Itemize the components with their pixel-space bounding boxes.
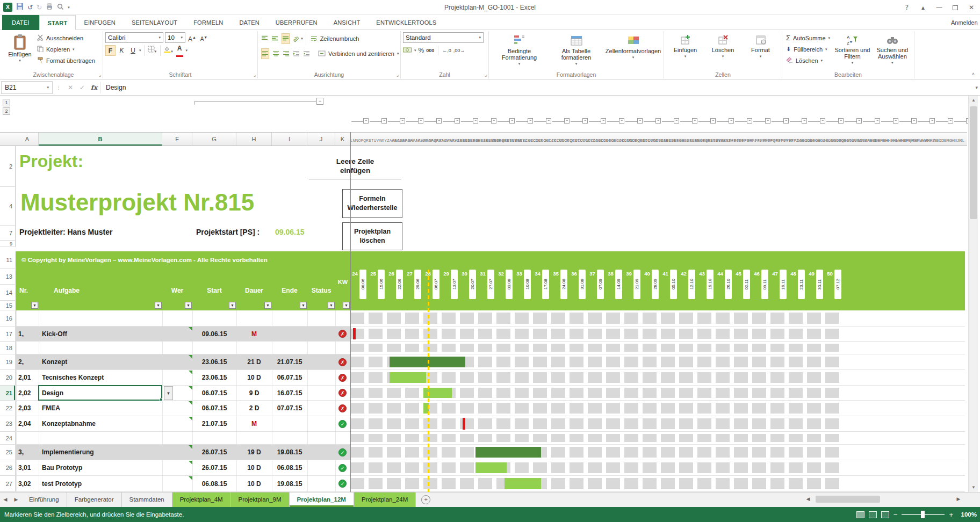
cell-end[interactable]: [272, 416, 307, 432]
sheet-tab-einführung[interactable]: Einführung: [21, 492, 67, 507]
cell-start[interactable]: 06.07.15: [192, 386, 236, 401]
align-right-icon[interactable]: [283, 49, 290, 59]
merge-center-button[interactable]: Verbinden und zentrieren▾: [316, 48, 400, 60]
comma-format-icon[interactable]: 000: [426, 48, 434, 53]
cell-duration[interactable]: 10 D: [236, 370, 272, 386]
cell-nr[interactable]: 3,01: [18, 460, 39, 476]
format-painter-button[interactable]: Format übertragen: [35, 55, 97, 66]
status-error-icon[interactable]: ✗: [338, 404, 347, 412]
account-signin[interactable]: Anmelden: [951, 15, 979, 30]
ribbon-tab-formeln[interactable]: FORMELN: [185, 15, 231, 30]
cell-duration[interactable]: 19 D: [236, 445, 272, 460]
sheet-nav-left-icon[interactable]: ◀: [0, 492, 11, 507]
sheet-tab-projektplan_4m[interactable]: Projektplan_4M: [172, 492, 231, 507]
horizontal-scroll-thumb[interactable]: [816, 496, 880, 503]
formula-bar-expand-icon[interactable]: ▾: [975, 85, 978, 90]
zoom-knob[interactable]: [921, 511, 925, 518]
cell-nr[interactable]: 3,: [18, 445, 39, 460]
vertical-scrollbar[interactable]: ▲ ▼: [968, 96, 978, 492]
week-group-collapse-button[interactable]: −: [601, 118, 606, 124]
font-size-select[interactable]: 10▾: [165, 32, 185, 43]
row-header-19[interactable]: 19: [0, 354, 16, 370]
cell-styles-button[interactable]: Zellenformatvorlagen▾: [607, 32, 660, 67]
grow-font-button[interactable]: A▲: [187, 32, 197, 43]
cell-start[interactable]: 23.06.15: [192, 354, 236, 370]
font-family-select[interactable]: Calibri▾: [105, 32, 163, 43]
decrease-indent-icon[interactable]: [293, 49, 300, 59]
cell-start[interactable]: 26.07.15: [192, 460, 236, 476]
week-group-collapse-button[interactable]: −: [436, 118, 442, 124]
cell-duration[interactable]: 10 D: [236, 476, 272, 492]
week-group-collapse-button[interactable]: −: [729, 118, 734, 124]
row-header-23[interactable]: 23: [0, 416, 16, 432]
restore-formulas-button[interactable]: FormelnWiederherstelle: [342, 189, 402, 218]
cell-end[interactable]: 16.07.15: [272, 386, 307, 401]
underline-button[interactable]: U: [128, 45, 138, 56]
borders-icon[interactable]: ▾: [147, 45, 157, 56]
cell-task-name[interactable]: Implementierung: [42, 445, 161, 460]
hscroll-right-icon[interactable]: ▶: [953, 495, 964, 504]
filter-dropdown-G[interactable]: ▼: [229, 302, 236, 309]
row-header-13[interactable]: 13: [0, 269, 16, 285]
column-header-J[interactable]: J: [307, 133, 335, 146]
page-break-view-icon[interactable]: [881, 511, 889, 518]
cell-task-name[interactable]: Bau Prototyp: [42, 460, 161, 476]
minimize-button[interactable]: —: [932, 2, 947, 13]
copy-button[interactable]: Kopieren▾: [35, 44, 97, 55]
wrap-text-button[interactable]: Zeilenumbruch: [309, 33, 361, 45]
sheet-tab-projektplan_12m[interactable]: Projektplan_12M: [290, 492, 354, 507]
page-layout-view-icon[interactable]: [869, 511, 877, 518]
bold-button[interactable]: F: [105, 45, 116, 56]
week-group-collapse-button[interactable]: −: [564, 118, 570, 124]
sheet-tab-farbgenerator[interactable]: Farbgenerator: [67, 492, 122, 507]
ribbon-tab-überprüfen[interactable]: ÜBERPRÜFEN: [268, 15, 326, 30]
cell-duration[interactable]: 2 D: [236, 401, 272, 416]
week-group-collapse-button[interactable]: −: [381, 118, 387, 124]
cell-end[interactable]: 07.07.15: [272, 401, 307, 416]
row-header-7[interactable]: 7: [0, 226, 16, 241]
outline-level-2-button[interactable]: 2: [3, 107, 10, 115]
row-header-2[interactable]: 2: [0, 146, 16, 187]
week-group-collapse-button[interactable]: −: [747, 118, 752, 124]
week-group-collapse-button[interactable]: −: [637, 118, 643, 124]
scroll-down-icon[interactable]: ▼: [969, 483, 978, 492]
dialog-launcher-number[interactable]: ⌟: [485, 72, 487, 77]
cell-start[interactable]: 06.07.15: [192, 401, 236, 416]
data-validation-dropdown[interactable]: ▼: [164, 386, 173, 400]
cell-end[interactable]: 19.08.15: [272, 476, 307, 492]
align-top-icon[interactable]: [261, 34, 268, 44]
ribbon-tab-seitenlayout[interactable]: SEITENLAYOUT: [124, 15, 185, 30]
cell-task-name[interactable]: FMEA: [42, 401, 161, 416]
cancel-entry-icon[interactable]: ✕: [64, 84, 76, 91]
status-ok-icon[interactable]: ✓: [338, 448, 347, 456]
fill-button[interactable]: ⬇Füllbereich▾: [784, 44, 832, 55]
increase-decimal-icon[interactable]: ←,0: [442, 48, 451, 53]
status-error-icon[interactable]: ✗: [338, 330, 347, 338]
row-header-16[interactable]: 16: [0, 310, 16, 327]
week-group-collapse-button[interactable]: −: [455, 118, 460, 124]
status-ok-icon[interactable]: ✓: [338, 480, 347, 488]
filter-dropdown-H[interactable]: ▼: [264, 302, 271, 309]
cell-duration[interactable]: M: [236, 416, 272, 432]
ribbon-tab-entwicklertools[interactable]: ENTWICKLERTOOLS: [368, 15, 444, 30]
shrink-font-button[interactable]: A▼: [199, 32, 209, 43]
sheet-tab-stammdaten[interactable]: Stammdaten: [122, 492, 172, 507]
clear-button[interactable]: Löschen▾: [784, 55, 832, 66]
ribbon-tab-datei[interactable]: DATEI: [2, 15, 39, 30]
week-group-collapse-button[interactable]: −: [710, 118, 716, 124]
scroll-up-icon[interactable]: ▲: [969, 96, 978, 105]
ribbon-collapse-icon[interactable]: ˄: [972, 71, 975, 77]
horizontal-scrollbar[interactable]: ◀ ▶: [803, 495, 964, 504]
column-header-H[interactable]: H: [236, 133, 272, 146]
column-header-A[interactable]: A: [16, 133, 39, 146]
delete-cells-button[interactable]: Löschen▾: [707, 32, 740, 60]
row-header-24[interactable]: 24: [0, 432, 16, 445]
cell-start[interactable]: 21.07.15: [192, 416, 236, 432]
find-select-button[interactable]: Suchen und Auswählen▾: [873, 32, 912, 66]
accounting-format-icon[interactable]: [403, 46, 412, 55]
filter-dropdown-K[interactable]: ▼: [343, 302, 350, 309]
row-header-4[interactable]: 4: [0, 187, 16, 226]
dialog-launcher-clipboard[interactable]: ⌟: [99, 72, 101, 77]
cell-duration[interactable]: 10 D: [236, 460, 272, 476]
increase-indent-icon[interactable]: [303, 49, 310, 59]
